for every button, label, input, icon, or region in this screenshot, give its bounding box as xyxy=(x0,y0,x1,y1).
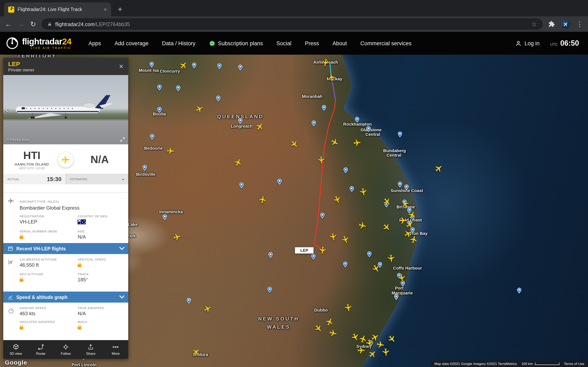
panel-close-icon[interactable]: × xyxy=(119,63,123,70)
airport-pin[interactable] xyxy=(354,117,360,123)
selected-aircraft-label[interactable]: LEP xyxy=(295,247,314,254)
gps-altitude-locked-icon[interactable] xyxy=(20,279,23,282)
browser-menu-icon[interactable]: ⋮ xyxy=(576,21,583,27)
more-button[interactable]: More xyxy=(103,340,128,359)
aircraft-marker[interactable] xyxy=(173,233,181,242)
aircraft-marker[interactable] xyxy=(290,140,298,149)
airport-pin[interactable] xyxy=(215,95,221,101)
aircraft-photo[interactable]: ‹ © Patrick Weis xyxy=(3,75,128,144)
aircraft-marker[interactable] xyxy=(406,220,414,229)
airport-pin[interactable] xyxy=(237,118,243,124)
address-bar[interactable]: flightradar24.com/LEP/2764bb35 ☆ xyxy=(42,18,543,30)
aircraft-marker[interactable] xyxy=(256,122,264,131)
aircraft-marker[interactable] xyxy=(166,147,175,155)
aircraft-marker[interactable] xyxy=(327,73,336,81)
aircraft-marker[interactable] xyxy=(401,200,409,209)
airport-pin[interactable] xyxy=(216,63,222,69)
airport-pin[interactable] xyxy=(319,213,325,219)
aircraft-marker[interactable] xyxy=(434,164,443,173)
aircraft-marker[interactable] xyxy=(357,346,365,355)
airport-pin[interactable] xyxy=(342,261,348,267)
airport-pin[interactable] xyxy=(149,62,155,68)
menu-item-apps[interactable]: Apps xyxy=(88,40,101,46)
menu-item-social[interactable]: Social xyxy=(277,40,292,46)
aircraft-marker[interactable] xyxy=(329,233,337,241)
airport-pin[interactable] xyxy=(149,133,155,140)
photo-prev-arrow-icon[interactable]: ‹ xyxy=(5,104,8,115)
reload-icon[interactable]: ↻ xyxy=(30,21,36,27)
aircraft-marker[interactable] xyxy=(387,335,396,343)
airport-pin[interactable] xyxy=(311,120,317,127)
vertical-speed-locked-icon[interactable] xyxy=(78,264,81,267)
indicated-airspeed-locked-icon[interactable] xyxy=(20,327,23,329)
menu-item-press[interactable]: Press xyxy=(305,40,319,46)
menu-item-about[interactable]: About xyxy=(332,40,347,46)
airport-pin[interactable] xyxy=(276,179,282,185)
airport-pin[interactable] xyxy=(186,298,192,304)
aircraft-marker[interactable] xyxy=(353,139,361,147)
terms-of-use-link[interactable]: Terms of Use xyxy=(564,362,584,366)
aircraft-marker[interactable] xyxy=(333,195,341,204)
airport-pin[interactable] xyxy=(366,126,372,132)
photo-expand-icon[interactable] xyxy=(120,137,125,142)
browser-tab[interactable]: Flightradar24: Live Flight Track × xyxy=(4,2,111,16)
aircraft-marker[interactable] xyxy=(382,223,390,232)
menu-item-subscription-plans[interactable]: Subscription plans xyxy=(209,40,263,46)
aircraft-marker[interactable] xyxy=(359,188,368,196)
airport-pin[interactable] xyxy=(343,167,349,174)
airport-pin[interactable] xyxy=(156,107,162,113)
aircraft-marker[interactable] xyxy=(383,197,391,206)
airport-pin[interactable] xyxy=(175,85,181,91)
airport-pin[interactable] xyxy=(348,186,355,192)
share-button[interactable]: Share xyxy=(78,340,103,359)
aircraft-marker[interactable] xyxy=(195,105,204,113)
airport-pin[interactable] xyxy=(156,85,162,91)
aircraft-marker[interactable] xyxy=(314,324,322,333)
aircraft-marker[interactable] xyxy=(397,274,406,282)
airport-pin[interactable] xyxy=(397,131,403,137)
aircraft-marker[interactable] xyxy=(259,195,267,204)
selected-aircraft[interactable] xyxy=(318,246,327,254)
flightradar24-logo[interactable]: flightradar24 LIVE AIR TRAFFIC xyxy=(6,37,71,50)
aircraft-marker[interactable] xyxy=(369,350,377,359)
follow-button[interactable]: Follow xyxy=(53,340,78,359)
airport-pin[interactable] xyxy=(321,105,327,111)
mach-locked-icon[interactable] xyxy=(78,327,81,329)
aircraft-marker[interactable] xyxy=(330,138,339,147)
msn-locked-icon[interactable] xyxy=(20,236,23,239)
extensions-puzzle-icon[interactable] xyxy=(548,21,555,27)
aircraft-marker[interactable] xyxy=(179,61,188,70)
airport-pin[interactable] xyxy=(191,62,197,68)
aircraft-marker[interactable] xyxy=(234,158,242,167)
origin-airport[interactable]: HTI HAMILTON ISLAND AEST (UTC +10:00) xyxy=(7,150,56,170)
aircraft-marker[interactable] xyxy=(321,58,329,67)
aircraft-marker[interactable] xyxy=(387,254,395,263)
login-button[interactable]: Log in xyxy=(515,40,540,47)
airport-pin[interactable] xyxy=(397,182,403,188)
aircraft-marker[interactable] xyxy=(358,222,366,230)
airport-pin[interactable] xyxy=(310,254,316,260)
menu-item-add-coverage[interactable]: Add coverage xyxy=(114,40,149,46)
airport-pin[interactable] xyxy=(267,287,273,293)
airport-pin[interactable] xyxy=(403,184,409,190)
menu-item-data-history[interactable]: Data / History xyxy=(162,40,196,46)
aircraft-marker[interactable] xyxy=(381,348,390,357)
route-button[interactable]: Route xyxy=(28,340,53,359)
airport-pin[interactable] xyxy=(162,214,168,220)
airport-pin[interactable] xyxy=(239,182,245,188)
airport-pin[interactable] xyxy=(141,165,148,171)
airport-pin[interactable] xyxy=(393,294,399,300)
destination-airport[interactable]: N/A xyxy=(75,154,124,166)
tab-close-icon[interactable]: × xyxy=(104,7,107,12)
speed-altitude-graph-bar[interactable]: Speed & altitude graph xyxy=(3,292,128,303)
airport-pin[interactable] xyxy=(366,251,372,257)
aircraft-marker[interactable] xyxy=(203,305,212,313)
aircraft-marker[interactable] xyxy=(408,211,416,219)
aircraft-marker[interactable] xyxy=(341,235,350,244)
bookmark-star-icon[interactable]: ☆ xyxy=(531,20,537,28)
new-tab-button[interactable]: + xyxy=(114,4,126,15)
airport-pin[interactable] xyxy=(237,65,243,71)
profile-avatar[interactable] xyxy=(561,19,571,29)
aircraft-marker[interactable] xyxy=(329,329,337,338)
menu-item-commercial-services[interactable]: Commercial services xyxy=(360,40,412,46)
